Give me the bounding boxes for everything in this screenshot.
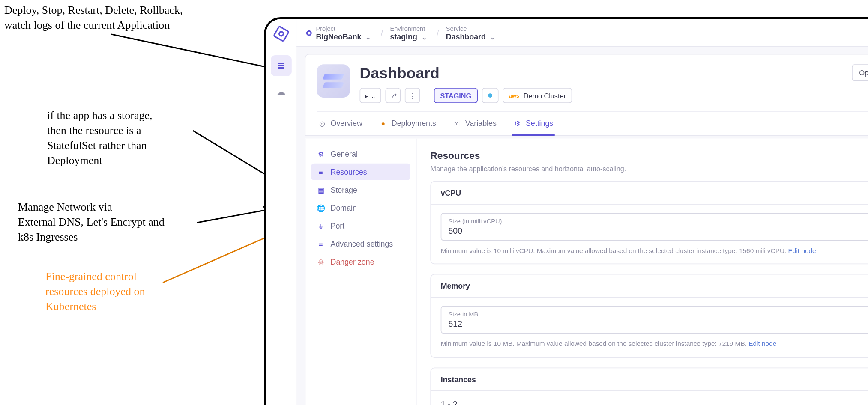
globe-icon — [317, 204, 325, 212]
breadcrumb-separator: / — [437, 28, 439, 38]
memory-hint: Minimum value is 10 MB. Maximum value al… — [441, 339, 868, 348]
key-icon — [453, 119, 461, 127]
resources-subheading: Manage the application's resources and h… — [431, 165, 868, 173]
left-rail — [266, 19, 296, 405]
environment-badge: STAGING — [434, 88, 478, 103]
breadcrumb-service[interactable]: Service Dashboard — [446, 25, 496, 41]
anno-network: Manage Network via External DNS, Let's E… — [18, 200, 165, 244]
product-logo[interactable] — [273, 26, 289, 42]
aws-icon: aws — [509, 92, 520, 99]
branch-icon — [389, 92, 397, 99]
svg-line-2 — [197, 209, 272, 223]
app-window: Project BigNeoBank / Environment staging… — [264, 17, 868, 405]
tab-settings[interactable]: Settings — [512, 112, 554, 136]
settings-nav-port[interactable]: Port — [311, 217, 410, 234]
memory-edit-node-link[interactable]: Edit node — [749, 340, 777, 348]
deploy-button[interactable] — [360, 88, 381, 103]
dots-icon — [409, 92, 416, 99]
rail-item-layers[interactable] — [270, 55, 291, 76]
settings-panel: General Resources Storage Domain Port Ad… — [305, 139, 868, 405]
deploy-status-icon — [379, 119, 387, 127]
status-dot-icon — [488, 93, 492, 98]
settings-nav-danger[interactable]: Danger zone — [311, 253, 410, 270]
vcpu-card: vCPU Size (in milli vCPU) 500 Minimum va… — [431, 181, 868, 264]
sliders-icon — [317, 168, 325, 176]
gear-icon — [317, 150, 325, 158]
chevron-down-icon — [490, 32, 496, 40]
cluster-chip[interactable]: aws Demo Cluster — [503, 88, 572, 103]
settings-nav-domain[interactable]: Domain — [311, 200, 410, 216]
vcpu-hint: Minimum value is 10 milli vCPU. Maximum … — [441, 246, 868, 256]
memory-card-title: Memory — [431, 275, 868, 298]
vcpu-input[interactable]: Size (in milli vCPU) 500 — [441, 213, 868, 241]
tab-deployments[interactable]: Deployments — [377, 112, 437, 136]
chevron-down-icon — [371, 92, 376, 99]
settings-nav-advanced[interactable]: Advanced settings — [311, 235, 410, 252]
instances-card-title: Instances — [431, 368, 868, 390]
layers-icon — [277, 60, 285, 71]
service-title: Dashboard — [360, 64, 842, 82]
vcpu-edit-node-link[interactable]: Edit node — [788, 247, 816, 254]
settings-nav-general[interactable]: General — [311, 146, 410, 162]
vcpu-card-title: vCPU — [431, 182, 868, 204]
memory-input[interactable]: Size in MB 512 — [441, 306, 868, 334]
plug-icon — [317, 222, 325, 230]
org-indicator-icon — [306, 30, 312, 36]
sliders-icon — [317, 240, 325, 248]
anno-advanced: Fine-grained control resources deployed … — [45, 269, 145, 314]
storage-icon — [317, 186, 325, 194]
tab-variables[interactable]: Variables — [451, 112, 498, 136]
cloud-icon — [276, 86, 286, 98]
chevron-down-icon — [365, 32, 371, 40]
breadcrumb-environment[interactable]: Environment staging — [390, 25, 427, 41]
chevron-down-icon — [422, 32, 427, 40]
instances-range: 1 - 2 — [441, 399, 868, 405]
service-toolbar: STAGING aws Demo Cluster — [360, 88, 842, 103]
resources-heading: Resources — [431, 149, 868, 161]
breadcrumb-separator: / — [381, 28, 383, 38]
provider-chip[interactable] — [482, 88, 498, 103]
anno-toolbar: Deploy, Stop, Restart, Delete, Rollback,… — [4, 3, 183, 33]
memory-card: Memory Size in MB 512 Minimum value is 1… — [431, 274, 868, 357]
breadcrumb-project[interactable]: Project BigNeoBank — [316, 25, 371, 41]
anno-storage: if the app has a storage, then the resou… — [47, 108, 152, 168]
tab-overview[interactable]: Overview — [317, 112, 364, 136]
instances-card: Instances 1 - 2 Current consumption: 0 i… — [431, 367, 868, 405]
eye-icon — [318, 119, 326, 127]
service-header: Dashboard STAGING aws Demo C — [305, 54, 868, 136]
service-app-icon — [317, 64, 350, 98]
open-links-button[interactable]: Open links — [852, 64, 868, 81]
rail-item-cloud[interactable] — [270, 82, 291, 103]
settings-nav: General Resources Storage Domain Port Ad… — [305, 139, 416, 405]
settings-content: Resources Manage the application's resou… — [416, 139, 868, 405]
settings-nav-resources[interactable]: Resources — [311, 164, 410, 180]
breadcrumb-bar: Project BigNeoBank / Environment staging… — [296, 19, 868, 47]
skull-icon — [317, 258, 325, 266]
logs-button[interactable] — [386, 88, 401, 103]
service-tabs: Overview Deployments Variables Settings — [317, 111, 868, 135]
gear-icon — [513, 119, 521, 127]
play-icon — [365, 92, 368, 99]
more-actions-button[interactable] — [405, 88, 420, 103]
settings-nav-storage[interactable]: Storage — [311, 182, 410, 198]
